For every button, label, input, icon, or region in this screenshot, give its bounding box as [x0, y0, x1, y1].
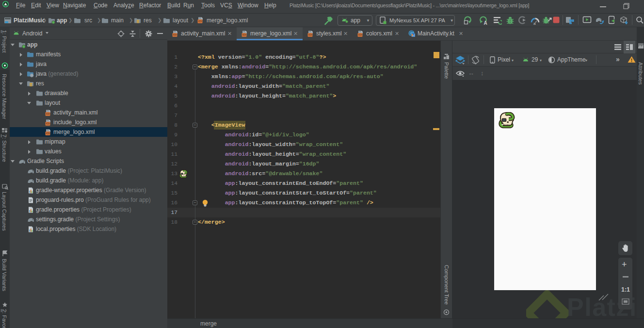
svg-text:<>: <> [358, 33, 362, 36]
svg-text:<>: <> [242, 33, 246, 36]
svg-text:<>: <> [173, 33, 177, 36]
svg-text:<>: <> [46, 112, 50, 115]
svg-text:<>: <> [46, 131, 50, 135]
svg-text:a: a [533, 21, 536, 25]
svg-text:<>: <> [46, 122, 50, 125]
svg-text:<>: <> [308, 33, 312, 36]
svg-text:<>: <> [198, 19, 202, 23]
svg-text:A: A [483, 20, 487, 25]
